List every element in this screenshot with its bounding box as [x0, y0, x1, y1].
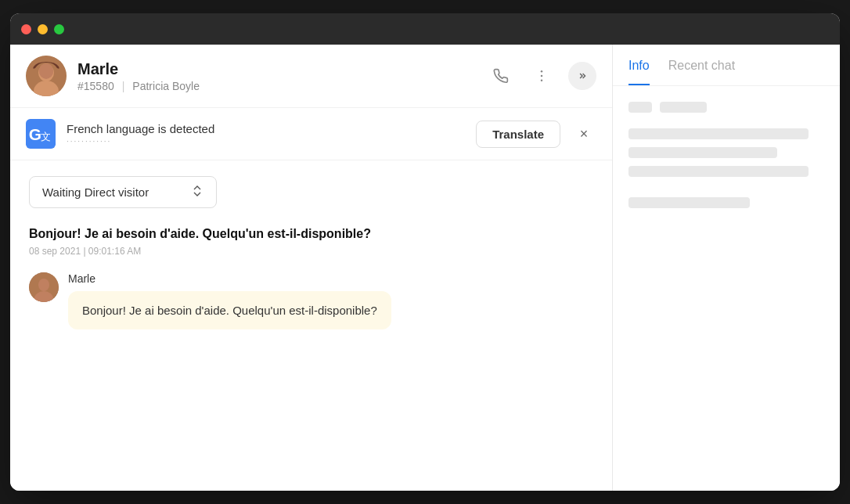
- more-options-button[interactable]: [528, 62, 556, 90]
- skeleton-content: [613, 86, 840, 224]
- agent-name: Patricia Boyle: [132, 80, 200, 92]
- left-panel: Marle #15580 | Patricia Boyle: [10, 45, 613, 491]
- chat-body: Waiting Direct visitor Bonjour! Je ai be…: [10, 160, 612, 491]
- contact-name: Marle: [77, 60, 476, 78]
- svg-point-11: [38, 279, 49, 291]
- agent-bubble: Bonjour! Je ai besoin d'aide. Quelqu'un …: [68, 291, 391, 329]
- svg-point-4: [541, 70, 543, 73]
- skeleton-block-4: [628, 147, 777, 158]
- message-area: Bonjour! Je ai besoin d'aide. Quelqu'un …: [29, 225, 593, 329]
- skeleton-block-5: [628, 166, 809, 177]
- avatar: [26, 56, 67, 96]
- agent-message-content: Marle Bonjour! Je ai besoin d'aide. Quel…: [68, 272, 391, 329]
- translation-dots: ············: [67, 137, 465, 146]
- skeleton-block-2: [660, 102, 707, 113]
- skeleton-block-1: [628, 102, 652, 113]
- tab-recent-chat[interactable]: Recent chat: [668, 59, 735, 85]
- visitor-message: Bonjour! Je ai besoin d'aide. Quelqu'un …: [29, 225, 593, 257]
- main-content: Marle #15580 | Patricia Boyle: [10, 45, 840, 491]
- close-traffic-light[interactable]: [21, 24, 31, 34]
- contact-id: #15580: [77, 80, 114, 92]
- status-dropdown[interactable]: Waiting Direct visitor: [29, 176, 217, 208]
- chat-header: Marle #15580 | Patricia Boyle: [10, 45, 612, 108]
- agent-avatar: [29, 272, 59, 302]
- agent-name-label: Marle: [68, 272, 391, 285]
- right-panel-tabs: Info Recent chat: [613, 45, 840, 86]
- visitor-message-text: Bonjour! Je ai besoin d'aide. Quelqu'un …: [29, 225, 593, 243]
- skeleton-block-6: [628, 197, 750, 208]
- message-timestamp: 08 sep 2021 | 09:01:16 AM: [29, 246, 593, 257]
- dropdown-arrow-icon: [191, 185, 203, 200]
- translate-button[interactable]: Translate: [476, 121, 560, 148]
- skeleton-block-3: [628, 128, 809, 139]
- phone-button[interactable]: [487, 62, 515, 90]
- svg-text:G: G: [29, 125, 41, 143]
- traffic-lights: [21, 24, 64, 34]
- status-label: Waiting Direct visitor: [42, 185, 149, 199]
- right-panel: Info Recent chat: [613, 45, 840, 491]
- maximize-traffic-light[interactable]: [54, 24, 64, 34]
- translation-banner: G 文 French language is detected ········…: [10, 108, 612, 160]
- google-translate-icon: G 文: [26, 119, 56, 149]
- skeleton-row-1: [628, 102, 824, 113]
- minimize-traffic-light[interactable]: [38, 24, 48, 34]
- chat-window: Marle #15580 | Patricia Boyle: [10, 13, 840, 491]
- tab-info[interactable]: Info: [628, 59, 650, 85]
- svg-text:文: 文: [41, 131, 51, 142]
- skeleton-group: [628, 128, 824, 177]
- status-dropdown-container: Waiting Direct visitor: [29, 176, 593, 208]
- agent-message-row: Marle Bonjour! Je ai besoin d'aide. Quel…: [29, 272, 593, 329]
- header-info: Marle #15580 | Patricia Boyle: [77, 60, 476, 92]
- title-bar: [10, 13, 840, 45]
- expand-button[interactable]: [568, 62, 596, 90]
- svg-point-5: [541, 75, 543, 77]
- close-translation-button[interactable]: ×: [571, 121, 596, 146]
- translation-text: French language is detected ············: [67, 122, 465, 146]
- contact-meta: #15580 | Patricia Boyle: [77, 80, 476, 92]
- header-actions: [487, 62, 596, 90]
- meta-separator: |: [122, 80, 125, 92]
- svg-point-6: [541, 80, 543, 82]
- translation-title: French language is detected: [67, 122, 465, 135]
